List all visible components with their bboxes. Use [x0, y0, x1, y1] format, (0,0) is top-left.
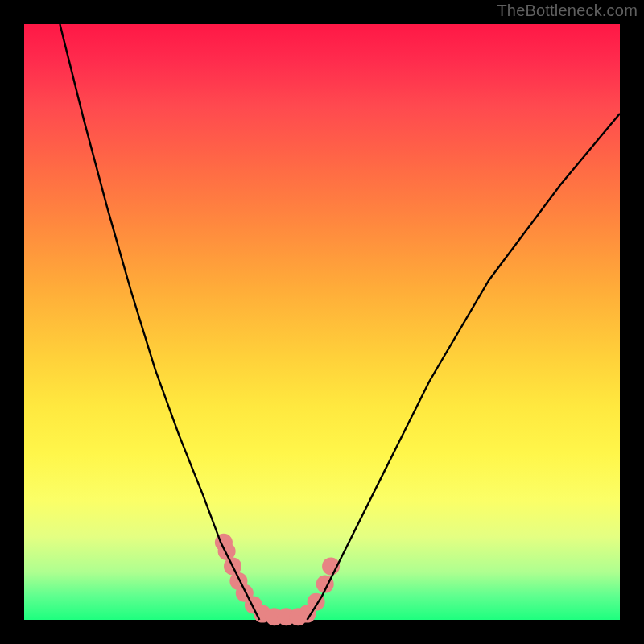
left-curve	[60, 24, 259, 620]
right-curve	[308, 114, 621, 620]
chart-svg	[24, 24, 620, 620]
plot-area	[24, 24, 620, 620]
chart-frame: TheBottleneck.com	[0, 0, 644, 644]
watermark-text: TheBottleneck.com	[497, 2, 638, 20]
bead-series	[215, 534, 340, 626]
